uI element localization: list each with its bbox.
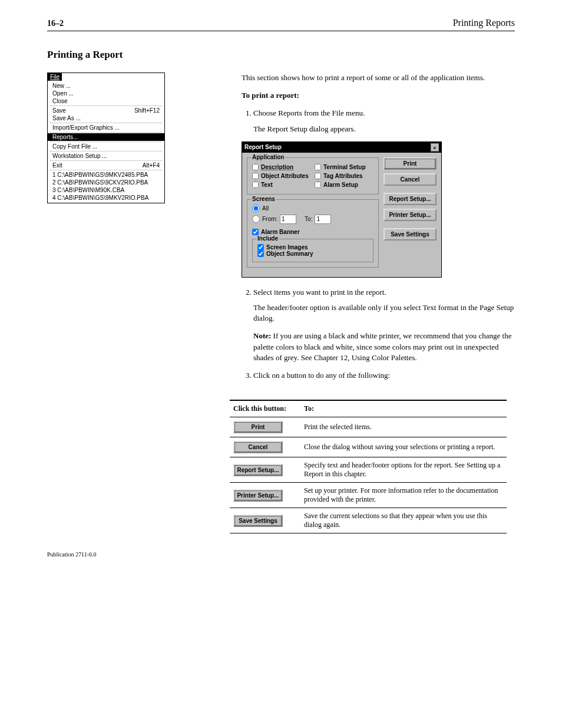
- close-icon[interactable]: ×: [431, 143, 439, 151]
- menu-separator: [50, 106, 162, 106]
- file-menu[interactable]: File New ... Open ... Close SaveShift+F1…: [47, 73, 165, 203]
- menu-item-new[interactable]: New ...: [48, 82, 164, 90]
- tag-attributes-checkbox[interactable]: Tag Attributes: [315, 173, 373, 179]
- step-1-after: The Report Setup dialog appears.: [253, 124, 515, 134]
- cancel-button[interactable]: Cancel: [384, 173, 437, 186]
- note-1: The header/footer option is available on…: [253, 302, 515, 324]
- section-title: Printing a Report: [47, 49, 515, 61]
- menu-item-close[interactable]: Close: [48, 97, 164, 105]
- menu-item-open[interactable]: Open ...: [48, 90, 164, 97]
- to-label: To:: [305, 216, 312, 222]
- file-menu-bar[interactable]: File: [48, 73, 62, 81]
- menu-item-save[interactable]: SaveShift+F12: [48, 107, 164, 114]
- save-settings-button[interactable]: Save Settings: [384, 228, 437, 241]
- menu-item-impexp[interactable]: Import/Export Graphics ...: [48, 124, 164, 131]
- tbl-print-button[interactable]: Print: [233, 421, 283, 433]
- chapter-title: Printing Reports: [453, 18, 515, 28]
- from-radio[interactable]: From:: [252, 215, 277, 223]
- menu-separator: [50, 132, 162, 133]
- page-number: 16–2: [47, 19, 64, 28]
- menu-item-exit[interactable]: ExitAlt+F4: [48, 162, 164, 169]
- all-radio[interactable]: All: [252, 205, 373, 212]
- dialog-title-text: Report Setup: [244, 144, 282, 150]
- menu-item-reports[interactable]: Reports...: [48, 133, 164, 141]
- screens-group: Screens All From: To: Alarm Banner Inclu…: [247, 199, 379, 268]
- table-header-button: Click this button:: [230, 400, 300, 417]
- menu-item-workstation[interactable]: Workstation Setup ...: [48, 152, 164, 160]
- print-button[interactable]: Print: [384, 157, 437, 170]
- menu-item-recent2[interactable]: 2 C:\AB\PBWIN\GS\9CKV2RIO.PBA: [48, 179, 164, 186]
- footer-publication: Publication 2711-6.0: [47, 551, 515, 558]
- step-1: Choose Reports from the File menu. The R…: [253, 108, 515, 134]
- menu-item-recent3[interactable]: 3 C:\AB\PBWIN\M90K.CBA: [48, 186, 164, 194]
- menu-separator: [50, 151, 162, 151]
- table-row: Printer Setup... Set up your printer. Fo…: [230, 483, 507, 508]
- report-setup-dialog: Report Setup × Application Description O…: [242, 141, 442, 278]
- application-group-title: Application: [251, 154, 285, 160]
- table-desc: Print the selected items.: [300, 417, 507, 437]
- table-desc: Specify text and header/footer options f…: [300, 457, 507, 483]
- step-2: Select items you want to print in the re…: [253, 287, 515, 363]
- object-attributes-checkbox[interactable]: Object Attributes: [252, 173, 311, 179]
- menu-item-copyfont[interactable]: Copy Font File ...: [48, 143, 164, 150]
- screen-images-checkbox[interactable]: Screen Images: [257, 244, 368, 251]
- table-row: Report Setup... Specify text and header/…: [230, 457, 507, 483]
- to-input[interactable]: [315, 215, 331, 224]
- note-2: Note: If you are using a black and white…: [253, 331, 515, 363]
- menu-item-recent4[interactable]: 4 C:\AB\PBWIN\GS\9MKV2RIO.PBA: [48, 194, 164, 202]
- menu-separator: [50, 141, 162, 142]
- terminal-setup-checkbox[interactable]: Terminal Setup: [315, 164, 373, 170]
- printer-setup-button[interactable]: Printer Setup...: [384, 209, 437, 221]
- table-row: Print Print the selected items.: [230, 417, 507, 437]
- tbl-cancel-button[interactable]: Cancel: [233, 441, 283, 453]
- page-header: 16–2 Printing Reports: [47, 18, 515, 31]
- application-group: Application Description Object Attribute…: [247, 157, 379, 195]
- table-header-desc: To:: [300, 400, 507, 417]
- menu-separator: [50, 160, 162, 161]
- text-checkbox[interactable]: Text: [252, 182, 311, 188]
- dialog-titlebar: Report Setup ×: [242, 142, 441, 153]
- include-group: Include Screen Images Object Summary: [252, 239, 373, 262]
- button-reference-table: Click this button: To: Print Print the s…: [230, 400, 507, 533]
- tbl-report-setup-button[interactable]: Report Setup...: [233, 464, 283, 476]
- table-desc: Set up your printer. For more informatio…: [300, 483, 507, 508]
- include-group-title: Include: [256, 235, 279, 242]
- from-input[interactable]: [280, 215, 296, 224]
- table-row: Cancel Close the dialog without saving y…: [230, 437, 507, 457]
- tbl-printer-setup-button[interactable]: Printer Setup...: [233, 489, 283, 502]
- object-summary-checkbox[interactable]: Object Summary: [257, 251, 368, 257]
- table-desc: Save the current selections so that they…: [300, 508, 507, 533]
- alarm-banner-checkbox[interactable]: Alarm Banner: [252, 229, 373, 235]
- report-setup-button[interactable]: Report Setup...: [384, 193, 437, 205]
- menu-separator: [50, 170, 162, 170]
- menu-separator: [50, 123, 162, 123]
- step-3: Click on a button to do any of the follo…: [253, 370, 515, 381]
- tbl-save-settings-button[interactable]: Save Settings: [233, 515, 283, 527]
- menu-item-saveas[interactable]: Save As ...: [48, 114, 164, 122]
- screens-group-title: Screens: [251, 196, 276, 202]
- table-row: Save Settings Save the current selection…: [230, 508, 507, 533]
- intro-text: This section shows how to print a report…: [242, 73, 515, 83]
- alarm-setup-checkbox[interactable]: Alarm Setup: [315, 182, 373, 188]
- menu-item-recent1[interactable]: 1 C:\AB\PBWIN\GS\9MKV2485.PBA: [48, 171, 164, 179]
- table-desc: Close the dialog without saving your sel…: [300, 437, 507, 457]
- description-checkbox[interactable]: Description: [252, 164, 311, 170]
- to-print-heading: To print a report:: [242, 90, 515, 101]
